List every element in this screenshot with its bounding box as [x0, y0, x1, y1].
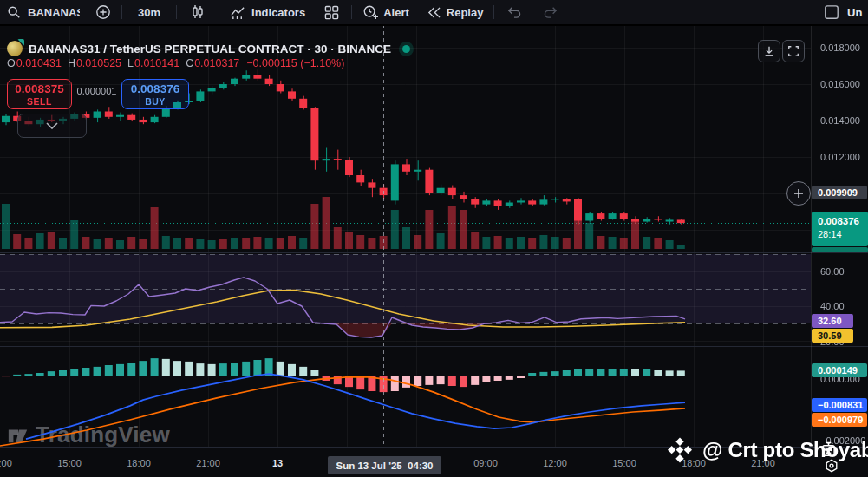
price-axis[interactable]: 0.0180000.0160000.0140000.01200060.0040.… — [812, 24, 868, 447]
spread-value: 0.000001 — [73, 86, 121, 96]
download-chart-button[interactable] — [758, 40, 780, 62]
ohlc-row: O0.010431 H0.010525 L0.010141 C0.010317 … — [7, 57, 344, 69]
low-value: L0.010141 — [127, 57, 179, 69]
credit-text: @ Crt pto Shoyab — [702, 438, 868, 462]
candlestick-icon — [191, 4, 205, 20]
sell-label: SELL — [8, 96, 71, 107]
grid-layout-icon — [324, 5, 339, 20]
macd-signal-value-label: −0.000979 — [812, 413, 867, 427]
trade-panel-collapse-button[interactable] — [17, 114, 87, 138]
chart-legend[interactable]: BANANAS31 / TetherUS PERPETUAL CONTRACT … — [7, 41, 410, 56]
symbol-search-button[interactable]: BANANAS31 — [0, 0, 87, 24]
fullscreen-button[interactable] — [782, 40, 805, 62]
time-tick: 15:00 — [612, 458, 636, 468]
axis-tick: 0.016000 — [820, 79, 860, 89]
plus-icon — [793, 188, 804, 199]
symbol-coin-icon — [7, 41, 23, 56]
toolbar-divider — [121, 5, 122, 19]
redo-icon — [543, 6, 558, 18]
close-value: C0.010317 — [186, 57, 239, 69]
time-tick: 09:00 — [473, 458, 498, 468]
time-tick: 12:00 — [0, 458, 12, 468]
hexagon-gear-icon — [825, 459, 839, 473]
toolbar-divider — [219, 5, 219, 19]
time-tick: 12:00 — [543, 458, 567, 468]
last-price-value: 0.008376 — [818, 214, 868, 228]
axis-tick: 40.00 — [820, 301, 845, 311]
buy-label: BUY — [122, 96, 188, 107]
search-icon — [7, 5, 21, 19]
sell-price: 0.008375 — [8, 82, 71, 96]
redo-button[interactable] — [532, 0, 569, 24]
macd-hist-value-label: 0.000149 — [812, 363, 867, 377]
market-status-dot-icon[interactable] — [402, 45, 410, 53]
replay-rewind-icon — [427, 6, 441, 19]
crosshair-time-label: Sun 13 Jul '25 04:30 — [328, 456, 441, 474]
bar-countdown: 28:14 — [818, 228, 868, 240]
top-toolbar: BANANAS31 30m Indica — [0, 0, 868, 26]
rsi-ma-value-label: 30.59 — [812, 329, 853, 343]
crosshair-add-alert-button[interactable] — [786, 181, 811, 206]
plus-circle-icon — [95, 4, 111, 20]
time-tick: 18:00 — [127, 458, 151, 468]
indicators-button[interactable]: Indicators — [221, 0, 314, 24]
save-layout-label: Un — [847, 6, 868, 19]
undo-button[interactable] — [496, 0, 532, 24]
alert-label: Alert — [383, 6, 409, 19]
alert-clock-icon — [362, 4, 378, 20]
compare-add-button[interactable] — [87, 0, 120, 24]
symbol-title: BANANAS31 / TetherUS PERPETUAL CONTRACT … — [29, 42, 391, 56]
rsi-value-label: 32.60 — [812, 314, 853, 328]
checkbox-icon — [824, 4, 839, 20]
toolbar-divider — [493, 5, 494, 19]
save-layout-button[interactable]: Un — [817, 0, 868, 24]
robot-badge-icon — [820, 441, 837, 458]
timeframe-button[interactable]: 30m — [124, 0, 174, 24]
chevron-down-icon — [46, 122, 58, 129]
binance-diamond-icon — [664, 435, 695, 466]
buy-button[interactable]: 0.008376 BUY — [121, 79, 189, 109]
axis-tick: 0.014000 — [820, 115, 860, 126]
axis-tick: 0.018000 — [820, 42, 860, 53]
indicators-icon — [230, 5, 246, 20]
pane-separator[interactable] — [0, 252, 868, 253]
change-value: −0.000115 (−1.10%) — [246, 57, 344, 69]
last-price-label: 0.008376 28:14 — [812, 212, 868, 246]
toolbar-divider — [351, 5, 352, 19]
buy-price: 0.008376 — [122, 82, 188, 96]
clipped-price-label — [812, 247, 868, 252]
replay-button[interactable]: Replay — [418, 0, 493, 24]
high-value: H0.010525 — [68, 57, 121, 69]
pane-separator[interactable] — [0, 346, 868, 347]
timeframe-label: 30m — [138, 6, 160, 19]
fullscreen-icon — [787, 45, 799, 57]
axis-tick: 0.012000 — [820, 152, 860, 162]
replay-label: Replay — [447, 6, 484, 19]
indicators-label: Indicators — [251, 6, 305, 19]
symbol-name: BANANAS31 — [28, 6, 80, 19]
crosshair-price-label: 0.009909 — [812, 186, 867, 199]
axis-tick: 60.00 — [820, 266, 845, 277]
download-arrow-icon — [763, 45, 775, 57]
sell-button[interactable]: 0.008375 SELL — [7, 79, 72, 109]
time-tick: 15:00 — [57, 458, 82, 468]
macd-value-label: −0.000831 — [812, 398, 867, 412]
open-value: O0.010431 — [7, 57, 62, 69]
time-tick: 21:00 — [196, 458, 220, 468]
undo-icon — [506, 6, 522, 18]
time-tick: 13 — [272, 458, 283, 468]
layout-grid-button[interactable] — [314, 0, 349, 24]
tradingview-app: BANANAS31 30m Indica — [0, 0, 868, 477]
alert-button[interactable]: Alert — [354, 0, 418, 24]
toolbar-divider — [176, 5, 177, 19]
chart-style-button[interactable] — [179, 0, 217, 24]
